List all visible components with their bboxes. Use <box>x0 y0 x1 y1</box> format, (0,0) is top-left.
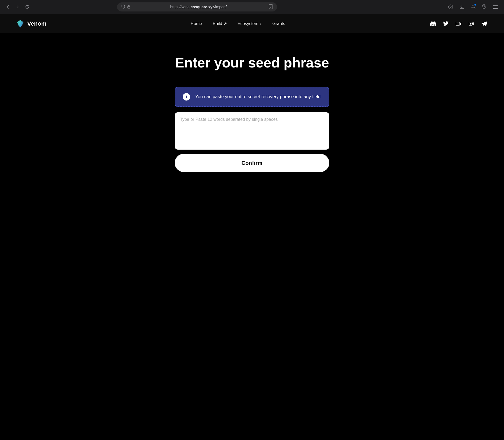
bookmark-icon[interactable] <box>269 4 273 10</box>
pocket-button[interactable] <box>446 3 455 11</box>
record-icon[interactable] <box>468 20 475 27</box>
svg-point-5 <box>470 23 471 25</box>
telegram-icon[interactable] <box>481 20 488 27</box>
back-button[interactable] <box>4 3 12 11</box>
nav-home[interactable]: Home <box>191 21 202 26</box>
info-text: You can paste your entire secret recover… <box>194 94 321 99</box>
logo[interactable]: Venom <box>16 19 46 28</box>
extensions-button[interactable] <box>480 3 489 11</box>
browser-url: https://veno.cosquare.xyz/import/ <box>133 5 264 9</box>
venom-logo-icon <box>16 19 25 28</box>
nav-links: Home Build ↗ Ecosystem ↓ Grants <box>191 21 285 26</box>
main-content: Enter your seed phrase i You can paste y… <box>0 33 504 193</box>
download-button[interactable] <box>458 3 466 11</box>
browser-toolbar: https://veno.cosquare.xyz/import/ <box>0 0 504 14</box>
video-icon[interactable] <box>455 20 462 27</box>
forward-button[interactable] <box>14 3 21 11</box>
profile-button[interactable] <box>469 3 477 11</box>
info-banner: i You can paste your entire secret recov… <box>175 87 329 107</box>
nav-ecosystem[interactable]: Ecosystem ↓ <box>238 21 262 26</box>
reload-button[interactable] <box>23 3 31 11</box>
menu-button[interactable] <box>491 3 500 11</box>
profile-badge <box>474 4 476 6</box>
seed-phrase-input[interactable] <box>175 112 329 150</box>
nav-social <box>429 20 488 27</box>
website: Venom Home Build ↗ Ecosystem ↓ Grants <box>0 14 504 440</box>
address-bar[interactable]: https://veno.cosquare.xyz/import/ <box>117 2 277 11</box>
navbar: Venom Home Build ↗ Ecosystem ↓ Grants <box>0 14 504 33</box>
nav-build[interactable]: Build ↗ <box>213 21 227 26</box>
nav-grants[interactable]: Grants <box>272 21 285 26</box>
discord-icon[interactable] <box>429 20 437 27</box>
svg-point-2 <box>472 5 474 7</box>
svg-rect-0 <box>128 6 130 8</box>
browser-actions <box>446 3 500 11</box>
svg-point-1 <box>449 5 453 9</box>
shield-icon <box>121 5 125 10</box>
twitter-icon[interactable] <box>442 20 450 27</box>
confirm-button[interactable]: Confirm <box>175 154 329 172</box>
logo-text: Venom <box>27 20 46 27</box>
url-domain: cosquare.xyz <box>191 5 214 9</box>
svg-rect-3 <box>456 22 460 25</box>
page-title: Enter your seed phrase <box>175 55 329 71</box>
browser-nav-buttons <box>4 3 31 11</box>
info-icon: i <box>183 93 190 101</box>
browser-chrome: https://veno.cosquare.xyz/import/ <box>0 0 504 14</box>
lock-icon <box>127 5 130 9</box>
